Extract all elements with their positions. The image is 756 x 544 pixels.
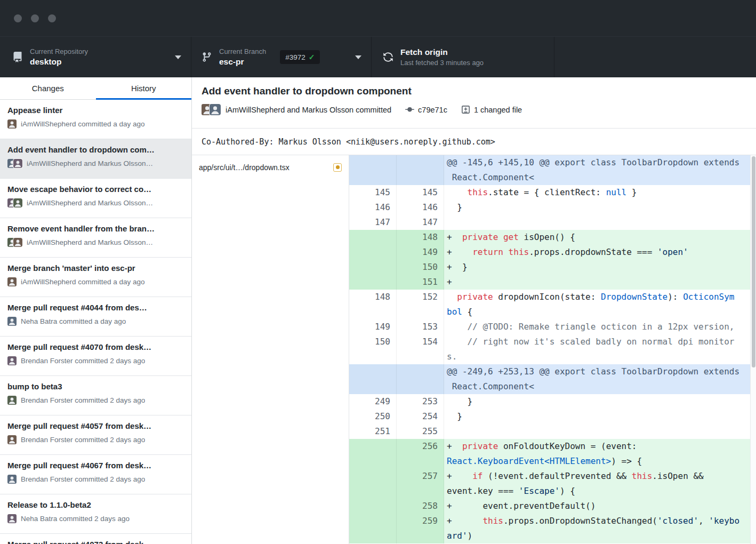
zoom-button[interactable]	[48, 14, 56, 22]
commit-title: Remove event handler from the bran…	[7, 224, 184, 233]
avatar	[7, 159, 22, 168]
commit-meta: iAmWillShepherd and Markus Olsson…	[7, 198, 184, 207]
new-line-number: 154	[397, 334, 444, 364]
commit-description: Co-Authored-By: Markus Olsson <niik@user…	[192, 129, 756, 155]
old-line-number	[349, 155, 397, 185]
diff-code-line: + private onFoldoutKeyDown = (event: Rea…	[444, 439, 750, 469]
avatar	[210, 104, 221, 115]
diff-row: 145145 this.state = { clientRect: null }	[349, 185, 750, 200]
old-line-number	[349, 275, 397, 290]
hunk-header-text: @@ -145,6 +145,10 @@ export class Toolba…	[447, 157, 739, 182]
old-line-number: 150	[349, 334, 397, 364]
diff-code-line: }	[444, 200, 750, 215]
new-line-number: 151	[397, 275, 444, 290]
commit-title: Appease linter	[7, 106, 184, 115]
new-line-number: 146	[397, 200, 444, 215]
fetch-title: Fetch origin	[400, 47, 484, 57]
diff-scrollbar[interactable]	[750, 155, 756, 544]
new-line-number: 254	[397, 409, 444, 424]
commit-list-item[interactable]: Remove event handler from the bran…iAmWi…	[0, 218, 191, 258]
new-line-number: 258	[397, 499, 444, 514]
avatar	[202, 104, 221, 115]
tab-changes[interactable]: Changes	[0, 77, 96, 99]
diff-code-line	[444, 215, 750, 230]
commit-authors-group: iAmWillShepherd and Markus Olsson commit…	[202, 104, 391, 115]
avatar	[7, 396, 17, 405]
file-row[interactable]: app/src/ui/t…/dropdown.tsx	[192, 155, 349, 179]
chevron-down-icon	[355, 55, 361, 59]
diff-row: 249253 }	[349, 394, 750, 409]
avatar	[7, 514, 17, 523]
commit-list-item[interactable]: Move escape behavior to correct co…iAmWi…	[0, 179, 191, 218]
new-line-number: 150	[397, 260, 444, 275]
diff-code-line: @@ -145,6 +145,10 @@ export class Toolba…	[444, 155, 750, 185]
window-controls	[14, 14, 56, 22]
commit-sha: c79e71c	[418, 106, 447, 114]
repository-switcher-button[interactable]: Current Repository desktop	[0, 37, 191, 77]
commit-title: Merge pull request #4057 from desk…	[7, 421, 184, 430]
sync-icon	[383, 52, 393, 62]
scrollbar-thumb[interactable]	[752, 156, 755, 367]
commit-byline: iAmWillShepherd committed a day ago	[21, 278, 145, 286]
old-line-number: 146	[349, 200, 397, 215]
commit-byline: iAmWillShepherd committed a day ago	[21, 120, 145, 128]
commit-list-item[interactable]: Merge pull request #4073 from desk…Brend…	[0, 534, 191, 544]
pull-request-badge[interactable]: #3972 ✓	[280, 50, 320, 64]
diff-rows: @@ -145,6 +145,10 @@ export class Toolba…	[349, 155, 750, 544]
commit-meta: Brendan Forster committed 2 days ago	[7, 356, 184, 365]
avatar	[7, 119, 17, 129]
old-line-number	[349, 260, 397, 275]
new-line-number: 147	[397, 215, 444, 230]
new-line-number: 145	[397, 185, 444, 200]
check-icon: ✓	[309, 53, 315, 61]
commit-byline: Brendan Forster committed 2 days ago	[21, 357, 145, 365]
commit-summary-title: Add event handler to dropdown component	[202, 85, 746, 97]
diff-row: 148152 private dropdownIcon(state: Dropd…	[349, 290, 750, 319]
commit-meta: Neha Batra committed a day ago	[7, 317, 184, 326]
old-line-number	[349, 439, 397, 469]
git-commit-icon	[405, 105, 414, 114]
app-window: Current Repository desktop Current Branc…	[0, 0, 756, 544]
commit-list-item[interactable]: Merge pull request #4057 from desk…Brend…	[0, 415, 191, 455]
diff-row: 149153 // @TODO: Remake triangle octicon…	[349, 319, 750, 334]
commit-title: bump to beta3	[7, 382, 184, 391]
repository-label: Current Repository	[30, 47, 88, 55]
commit-list: Appease linteriAmWillShepherd committed …	[0, 100, 191, 544]
diff-code-line: }	[444, 394, 750, 409]
diff-row: @@ -145,6 +145,10 @@ export class Toolba…	[349, 155, 750, 185]
fetch-origin-button[interactable]: Fetch origin Last fetched 3 minutes ago	[372, 37, 554, 77]
avatar	[7, 277, 17, 286]
close-button[interactable]	[14, 14, 22, 22]
repository-name: desktop	[30, 57, 88, 67]
commit-list-item[interactable]: bump to beta3Brendan Forster committed 2…	[0, 376, 191, 415]
commit-list-item[interactable]: Merge pull request #4070 from desk…Brend…	[0, 337, 191, 376]
commit-byline: iAmWillShepherd and Markus Olsson…	[27, 159, 153, 167]
commit-list-item[interactable]: Merge branch 'master' into esc-priAmWill…	[0, 258, 191, 297]
branch-name: esc-pr	[219, 57, 266, 67]
diff-code-line: + event.preventDefault()	[444, 499, 750, 514]
diff-code-line: this.state = { clientRect: null }	[444, 185, 750, 200]
new-line-number: 148	[397, 230, 444, 245]
diff-code-line: // @TODO: Remake triangle octicon in a 1…	[444, 319, 750, 334]
commit-list-item[interactable]: Merge pull request #4067 from desk…Brend…	[0, 455, 191, 494]
branch-switcher-button[interactable]: Current Branch esc-pr #3972 ✓	[191, 37, 372, 77]
avatar	[7, 435, 17, 444]
avatar	[13, 159, 22, 168]
old-line-number: 249	[349, 394, 397, 409]
avatar	[7, 514, 17, 523]
commit-list-item[interactable]: Appease linteriAmWillShepherd committed …	[0, 100, 191, 139]
old-line-number: 250	[349, 409, 397, 424]
commit-list-item[interactable]: Add event handler to dropdown com…iAmWil…	[0, 139, 191, 179]
diff-row: 148+ private get isOpen() {	[349, 230, 750, 245]
tab-history[interactable]: History	[96, 77, 192, 99]
commit-title: Merge pull request #4067 from desk…	[7, 461, 184, 470]
new-line-number: 257	[397, 469, 444, 499]
diff-row: 150154 // right now it's scaled badly on…	[349, 334, 750, 364]
commit-list-item[interactable]: Release to 1.1.0-beta2Neha Batra committ…	[0, 494, 191, 534]
diff-code-line: }	[444, 409, 750, 424]
commit-byline: Brendan Forster committed 2 days ago	[21, 475, 145, 483]
minimize-button[interactable]	[31, 14, 39, 22]
commit-list-item[interactable]: Merge pull request #4044 from des…Neha B…	[0, 297, 191, 337]
avatar	[7, 356, 17, 365]
commit-byline: Brendan Forster committed 2 days ago	[21, 396, 145, 404]
